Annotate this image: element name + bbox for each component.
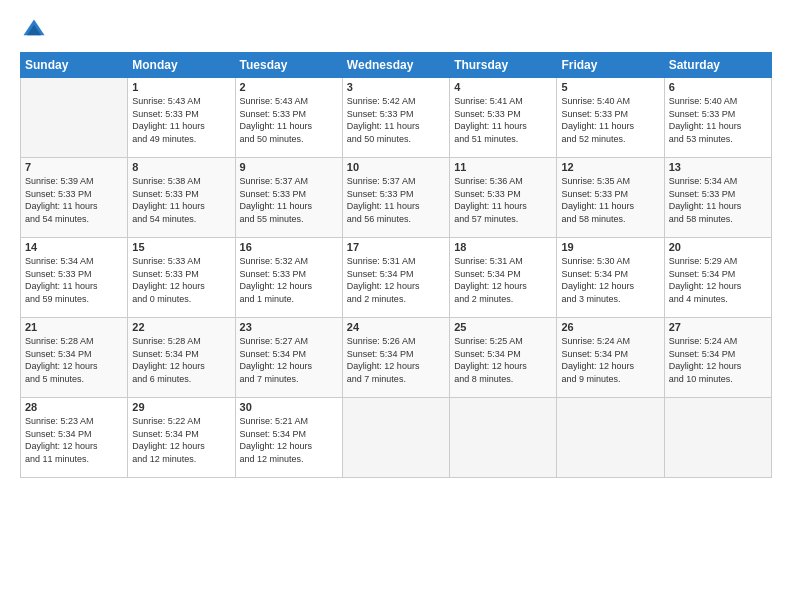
weekday-header-sunday: Sunday	[21, 53, 128, 78]
week-row-2: 7Sunrise: 5:39 AM Sunset: 5:33 PM Daylig…	[21, 158, 772, 238]
day-number: 26	[561, 321, 659, 333]
logo-icon	[20, 16, 48, 44]
calendar-cell: 18Sunrise: 5:31 AM Sunset: 5:34 PM Dayli…	[450, 238, 557, 318]
day-number: 21	[25, 321, 123, 333]
day-info: Sunrise: 5:43 AM Sunset: 5:33 PM Dayligh…	[132, 95, 230, 145]
calendar-cell: 23Sunrise: 5:27 AM Sunset: 5:34 PM Dayli…	[235, 318, 342, 398]
day-info: Sunrise: 5:39 AM Sunset: 5:33 PM Dayligh…	[25, 175, 123, 225]
day-info: Sunrise: 5:36 AM Sunset: 5:33 PM Dayligh…	[454, 175, 552, 225]
day-number: 1	[132, 81, 230, 93]
calendar-cell: 2Sunrise: 5:43 AM Sunset: 5:33 PM Daylig…	[235, 78, 342, 158]
calendar-cell: 1Sunrise: 5:43 AM Sunset: 5:33 PM Daylig…	[128, 78, 235, 158]
day-info: Sunrise: 5:28 AM Sunset: 5:34 PM Dayligh…	[25, 335, 123, 385]
day-info: Sunrise: 5:40 AM Sunset: 5:33 PM Dayligh…	[669, 95, 767, 145]
logo	[20, 16, 52, 44]
day-number: 13	[669, 161, 767, 173]
weekday-header-thursday: Thursday	[450, 53, 557, 78]
header	[20, 16, 772, 44]
day-number: 25	[454, 321, 552, 333]
day-info: Sunrise: 5:21 AM Sunset: 5:34 PM Dayligh…	[240, 415, 338, 465]
day-number: 22	[132, 321, 230, 333]
calendar-cell: 21Sunrise: 5:28 AM Sunset: 5:34 PM Dayli…	[21, 318, 128, 398]
calendar-cell: 14Sunrise: 5:34 AM Sunset: 5:33 PM Dayli…	[21, 238, 128, 318]
calendar-cell: 8Sunrise: 5:38 AM Sunset: 5:33 PM Daylig…	[128, 158, 235, 238]
day-number: 28	[25, 401, 123, 413]
day-number: 6	[669, 81, 767, 93]
calendar-cell: 24Sunrise: 5:26 AM Sunset: 5:34 PM Dayli…	[342, 318, 449, 398]
calendar-cell: 29Sunrise: 5:22 AM Sunset: 5:34 PM Dayli…	[128, 398, 235, 478]
calendar-cell: 3Sunrise: 5:42 AM Sunset: 5:33 PM Daylig…	[342, 78, 449, 158]
day-info: Sunrise: 5:24 AM Sunset: 5:34 PM Dayligh…	[561, 335, 659, 385]
day-info: Sunrise: 5:34 AM Sunset: 5:33 PM Dayligh…	[669, 175, 767, 225]
day-info: Sunrise: 5:30 AM Sunset: 5:34 PM Dayligh…	[561, 255, 659, 305]
day-number: 2	[240, 81, 338, 93]
day-number: 3	[347, 81, 445, 93]
week-row-5: 28Sunrise: 5:23 AM Sunset: 5:34 PM Dayli…	[21, 398, 772, 478]
day-info: Sunrise: 5:25 AM Sunset: 5:34 PM Dayligh…	[454, 335, 552, 385]
day-number: 5	[561, 81, 659, 93]
page: SundayMondayTuesdayWednesdayThursdayFrid…	[0, 0, 792, 612]
day-info: Sunrise: 5:37 AM Sunset: 5:33 PM Dayligh…	[240, 175, 338, 225]
week-row-3: 14Sunrise: 5:34 AM Sunset: 5:33 PM Dayli…	[21, 238, 772, 318]
calendar-cell: 17Sunrise: 5:31 AM Sunset: 5:34 PM Dayli…	[342, 238, 449, 318]
calendar-cell: 27Sunrise: 5:24 AM Sunset: 5:34 PM Dayli…	[664, 318, 771, 398]
day-number: 7	[25, 161, 123, 173]
calendar-cell: 20Sunrise: 5:29 AM Sunset: 5:34 PM Dayli…	[664, 238, 771, 318]
calendar-cell: 11Sunrise: 5:36 AM Sunset: 5:33 PM Dayli…	[450, 158, 557, 238]
day-info: Sunrise: 5:28 AM Sunset: 5:34 PM Dayligh…	[132, 335, 230, 385]
calendar-cell: 13Sunrise: 5:34 AM Sunset: 5:33 PM Dayli…	[664, 158, 771, 238]
day-info: Sunrise: 5:32 AM Sunset: 5:33 PM Dayligh…	[240, 255, 338, 305]
calendar-cell	[450, 398, 557, 478]
calendar-cell: 5Sunrise: 5:40 AM Sunset: 5:33 PM Daylig…	[557, 78, 664, 158]
day-info: Sunrise: 5:34 AM Sunset: 5:33 PM Dayligh…	[25, 255, 123, 305]
day-info: Sunrise: 5:31 AM Sunset: 5:34 PM Dayligh…	[454, 255, 552, 305]
weekday-header-tuesday: Tuesday	[235, 53, 342, 78]
day-number: 29	[132, 401, 230, 413]
calendar-cell: 22Sunrise: 5:28 AM Sunset: 5:34 PM Dayli…	[128, 318, 235, 398]
calendar-cell: 12Sunrise: 5:35 AM Sunset: 5:33 PM Dayli…	[557, 158, 664, 238]
day-info: Sunrise: 5:23 AM Sunset: 5:34 PM Dayligh…	[25, 415, 123, 465]
day-number: 30	[240, 401, 338, 413]
day-number: 4	[454, 81, 552, 93]
day-number: 11	[454, 161, 552, 173]
day-number: 14	[25, 241, 123, 253]
calendar-cell: 19Sunrise: 5:30 AM Sunset: 5:34 PM Dayli…	[557, 238, 664, 318]
day-info: Sunrise: 5:42 AM Sunset: 5:33 PM Dayligh…	[347, 95, 445, 145]
calendar-cell: 25Sunrise: 5:25 AM Sunset: 5:34 PM Dayli…	[450, 318, 557, 398]
calendar-cell: 26Sunrise: 5:24 AM Sunset: 5:34 PM Dayli…	[557, 318, 664, 398]
day-number: 24	[347, 321, 445, 333]
day-number: 9	[240, 161, 338, 173]
calendar: SundayMondayTuesdayWednesdayThursdayFrid…	[20, 52, 772, 478]
weekday-header-saturday: Saturday	[664, 53, 771, 78]
day-number: 20	[669, 241, 767, 253]
calendar-cell: 15Sunrise: 5:33 AM Sunset: 5:33 PM Dayli…	[128, 238, 235, 318]
day-number: 12	[561, 161, 659, 173]
day-number: 10	[347, 161, 445, 173]
day-info: Sunrise: 5:33 AM Sunset: 5:33 PM Dayligh…	[132, 255, 230, 305]
day-info: Sunrise: 5:38 AM Sunset: 5:33 PM Dayligh…	[132, 175, 230, 225]
day-number: 27	[669, 321, 767, 333]
day-info: Sunrise: 5:22 AM Sunset: 5:34 PM Dayligh…	[132, 415, 230, 465]
day-number: 16	[240, 241, 338, 253]
day-number: 17	[347, 241, 445, 253]
day-number: 18	[454, 241, 552, 253]
calendar-cell	[342, 398, 449, 478]
day-info: Sunrise: 5:24 AM Sunset: 5:34 PM Dayligh…	[669, 335, 767, 385]
calendar-cell	[664, 398, 771, 478]
calendar-cell: 16Sunrise: 5:32 AM Sunset: 5:33 PM Dayli…	[235, 238, 342, 318]
calendar-cell	[21, 78, 128, 158]
calendar-cell: 10Sunrise: 5:37 AM Sunset: 5:33 PM Dayli…	[342, 158, 449, 238]
weekday-header-row: SundayMondayTuesdayWednesdayThursdayFrid…	[21, 53, 772, 78]
week-row-4: 21Sunrise: 5:28 AM Sunset: 5:34 PM Dayli…	[21, 318, 772, 398]
day-info: Sunrise: 5:43 AM Sunset: 5:33 PM Dayligh…	[240, 95, 338, 145]
day-number: 19	[561, 241, 659, 253]
day-info: Sunrise: 5:31 AM Sunset: 5:34 PM Dayligh…	[347, 255, 445, 305]
calendar-cell: 4Sunrise: 5:41 AM Sunset: 5:33 PM Daylig…	[450, 78, 557, 158]
weekday-header-wednesday: Wednesday	[342, 53, 449, 78]
weekday-header-friday: Friday	[557, 53, 664, 78]
calendar-cell: 30Sunrise: 5:21 AM Sunset: 5:34 PM Dayli…	[235, 398, 342, 478]
day-number: 23	[240, 321, 338, 333]
weekday-header-monday: Monday	[128, 53, 235, 78]
day-info: Sunrise: 5:29 AM Sunset: 5:34 PM Dayligh…	[669, 255, 767, 305]
day-info: Sunrise: 5:37 AM Sunset: 5:33 PM Dayligh…	[347, 175, 445, 225]
